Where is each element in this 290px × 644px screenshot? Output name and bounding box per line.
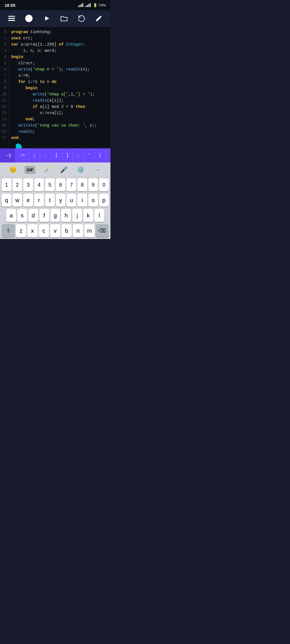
- code-line-3: i, n, s: word;: [11, 48, 108, 54]
- key-j[interactable]: j: [72, 209, 82, 222]
- bar1: [78, 6, 79, 7]
- signal-bars-1: [78, 3, 83, 7]
- bottom-row: !*# , ◀ English ▶ . ↵: [0, 238, 110, 239]
- code-line-16: readln;: [11, 129, 108, 135]
- play-button[interactable]: [41, 13, 52, 24]
- key-c[interactable]: c: [39, 224, 49, 237]
- key-6[interactable]: 6: [56, 178, 65, 191]
- key-d[interactable]: d: [28, 209, 38, 222]
- key-z[interactable]: z: [16, 224, 26, 237]
- code-line-9: begin: [11, 85, 108, 91]
- key-m[interactable]: m: [84, 224, 95, 237]
- bar6: [87, 5, 88, 7]
- shift-key[interactable]: ⇧: [2, 224, 15, 237]
- assign-key[interactable]: :=: [16, 148, 29, 162]
- key-u[interactable]: u: [67, 194, 76, 207]
- code-line-17: end.: [11, 135, 108, 141]
- code-line-1: uses crt;: [11, 35, 108, 41]
- key-3[interactable]: 3: [23, 178, 33, 191]
- key-v[interactable]: v: [50, 224, 60, 237]
- code-line-0: program tinhtong;: [11, 29, 108, 35]
- backspace-key[interactable]: ⌫: [96, 224, 109, 237]
- gif-button[interactable]: GIF: [25, 166, 35, 174]
- code-line-5: clrscr;: [11, 60, 108, 66]
- key-e[interactable]: e: [23, 194, 33, 207]
- key-x[interactable]: x: [27, 224, 37, 237]
- code-line-2: var a:array[1..250] of Integer;: [11, 41, 108, 48]
- semicolon-key[interactable]: ;: [29, 148, 40, 162]
- code-line-4: begin: [11, 54, 108, 60]
- code-line-7: s:=0;: [11, 72, 108, 79]
- key-s[interactable]: s: [17, 209, 27, 222]
- code-line-11: readln(a[i]);: [11, 97, 108, 104]
- bar7: [88, 4, 89, 7]
- svg-rect-1: [8, 18, 15, 19]
- status-icons: 🔋 74%: [78, 3, 106, 7]
- key-4[interactable]: 4: [34, 178, 44, 191]
- line-numbers: 0 1 2 3 4 5 6 7 8 9 10 11 12 13 14 15 16…: [0, 27, 9, 148]
- battery-level: 74%: [99, 3, 106, 7]
- key-1[interactable]: 1: [2, 178, 11, 191]
- code-editor[interactable]: 0 1 2 3 4 5 6 7 8 9 10 11 12 13 14 15 16…: [0, 27, 110, 148]
- key-8[interactable]: 8: [77, 178, 87, 191]
- key-h[interactable]: h: [61, 209, 71, 222]
- dot-key[interactable]: .: [40, 148, 51, 162]
- battery-icon: 🔋: [93, 3, 97, 7]
- bracket-open-key[interactable]: [: [51, 148, 62, 162]
- keyboard: 😊 GIF 🪄 🎤 ⚙️ ··· 1 2 3 4 5 6 7 8 9 0 q w…: [0, 162, 110, 239]
- key-y[interactable]: y: [56, 194, 65, 207]
- paren-key[interactable]: (: [95, 148, 106, 162]
- key-p[interactable]: p: [99, 194, 109, 207]
- key-q[interactable]: q: [2, 194, 11, 207]
- toolbar: [0, 10, 110, 27]
- key-o[interactable]: o: [88, 194, 98, 207]
- emoji-toolbar: 😊 GIF 🪄 🎤 ⚙️ ···: [0, 162, 110, 177]
- key-i[interactable]: i: [77, 194, 87, 207]
- key-5[interactable]: 5: [45, 178, 55, 191]
- zxcv-row: ⇧ z x c v b n m ⌫: [0, 223, 110, 238]
- key-f[interactable]: f: [39, 209, 49, 222]
- key-t[interactable]: t: [45, 194, 55, 207]
- qwerty-row: q w e r t y u i o p: [0, 192, 110, 208]
- menu-button[interactable]: [6, 13, 17, 24]
- code-line-13: s:=s+a[i];: [11, 110, 108, 116]
- code-line-8: for i:=1 to n do: [11, 79, 108, 85]
- bar2: [80, 5, 80, 7]
- settings-button[interactable]: ⚙️: [76, 165, 86, 175]
- signal-bars-2: [86, 3, 91, 7]
- bar8: [90, 3, 91, 7]
- key-k[interactable]: k: [83, 209, 93, 222]
- quote-key[interactable]: ': [84, 148, 95, 162]
- code-line-14: end;: [11, 116, 108, 122]
- cursor-drop: [11, 143, 108, 148]
- key-r[interactable]: r: [34, 194, 44, 207]
- key-b[interactable]: b: [61, 224, 72, 237]
- key-a[interactable]: a: [6, 209, 16, 222]
- check-button[interactable]: [24, 13, 34, 24]
- tab-key[interactable]: →|: [0, 148, 16, 162]
- key-g[interactable]: g: [50, 209, 60, 222]
- more-button[interactable]: ···: [92, 165, 103, 175]
- key-9[interactable]: 9: [88, 178, 98, 191]
- bracket-close-key[interactable]: ]: [62, 148, 73, 162]
- colon-key[interactable]: :: [73, 148, 84, 162]
- folder-button[interactable]: [59, 13, 69, 24]
- bar5: [86, 6, 86, 7]
- code-line-12: if a[i] mod 2 = 0 then: [11, 104, 108, 110]
- mic-button[interactable]: 🎤: [59, 165, 69, 175]
- code-content[interactable]: program tinhtong; uses crt; var a:array[…: [9, 27, 110, 148]
- bar4: [82, 3, 83, 7]
- key-7[interactable]: 7: [67, 178, 76, 191]
- key-n[interactable]: n: [73, 224, 83, 237]
- key-l[interactable]: l: [94, 209, 104, 222]
- key-0[interactable]: 0: [99, 178, 109, 191]
- undo-button[interactable]: [76, 13, 87, 24]
- key-w[interactable]: w: [12, 194, 22, 207]
- code-line-15: writeln('tong cac so chan: ', s);: [11, 122, 108, 129]
- emoji-button[interactable]: 😊: [8, 165, 18, 175]
- svg-rect-0: [8, 16, 15, 17]
- key-2[interactable]: 2: [12, 178, 22, 191]
- edit-button[interactable]: [93, 13, 104, 24]
- sticker-button[interactable]: 🪄: [42, 165, 52, 175]
- special-keys-row: →| := ; . [ ] : ' (: [0, 148, 110, 162]
